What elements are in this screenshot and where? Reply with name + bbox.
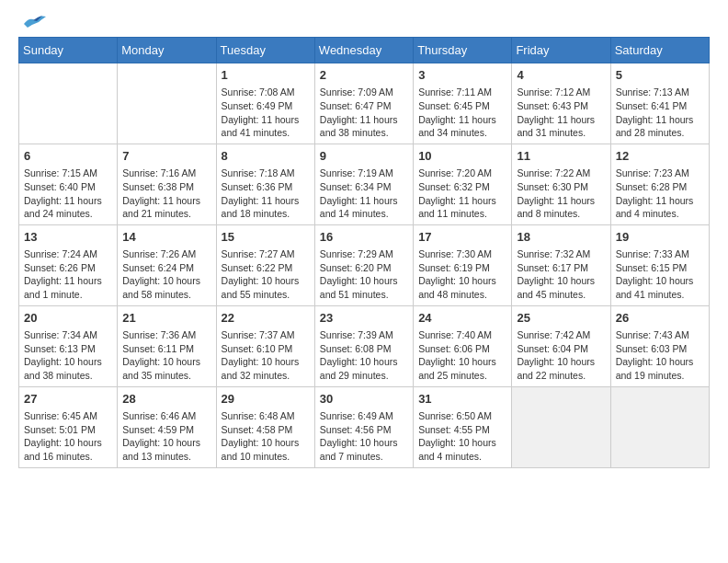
- day-number: 25: [517, 310, 605, 327]
- calendar-cell: 1Sunrise: 7:08 AMSunset: 6:49 PMDaylight…: [216, 63, 314, 144]
- day-number: 6: [24, 148, 112, 165]
- day-number: 10: [418, 148, 506, 165]
- day-number: 15: [222, 229, 310, 246]
- calendar-cell: 7Sunrise: 7:16 AMSunset: 6:38 PMDaylight…: [118, 144, 216, 224]
- calendar-week-3: 13Sunrise: 7:24 AMSunset: 6:26 PMDayligh…: [19, 224, 710, 305]
- calendar-cell: 9Sunrise: 7:19 AMSunset: 6:34 PMDaylight…: [314, 144, 413, 224]
- day-number: 4: [517, 67, 605, 84]
- day-number: 29: [222, 391, 310, 408]
- day-number: 7: [122, 148, 210, 165]
- calendar-cell: 21Sunrise: 7:36 AMSunset: 6:11 PMDayligh…: [118, 305, 216, 386]
- day-info: Sunrise: 7:09 AMSunset: 6:47 PMDaylight:…: [320, 86, 408, 140]
- day-number: 22: [222, 310, 310, 327]
- calendar-cell: 25Sunrise: 7:42 AMSunset: 6:04 PMDayligh…: [512, 305, 610, 386]
- day-number: 1: [222, 67, 310, 84]
- day-number: 21: [122, 310, 210, 327]
- calendar-week-5: 27Sunrise: 6:45 AMSunset: 5:01 PMDayligh…: [19, 386, 710, 467]
- day-number: 19: [616, 229, 704, 246]
- day-number: 23: [320, 310, 408, 327]
- day-number: 14: [122, 229, 210, 246]
- day-number: 12: [616, 148, 704, 165]
- day-info: Sunrise: 7:15 AMSunset: 6:40 PMDaylight:…: [24, 167, 112, 221]
- day-info: Sunrise: 6:49 AMSunset: 4:56 PMDaylight:…: [320, 409, 408, 464]
- day-number: 2: [320, 67, 408, 84]
- day-number: 8: [222, 148, 310, 165]
- calendar-cell: 16Sunrise: 7:29 AMSunset: 6:20 PMDayligh…: [314, 224, 413, 305]
- day-number: 9: [320, 148, 408, 165]
- day-info: Sunrise: 7:18 AMSunset: 6:36 PMDaylight:…: [222, 167, 310, 221]
- day-number: 16: [320, 229, 408, 246]
- calendar-cell: 12Sunrise: 7:23 AMSunset: 6:28 PMDayligh…: [610, 144, 709, 224]
- day-info: Sunrise: 7:16 AMSunset: 6:38 PMDaylight:…: [122, 167, 210, 221]
- day-info: Sunrise: 7:26 AMSunset: 6:24 PMDaylight:…: [122, 247, 210, 302]
- day-info: Sunrise: 7:39 AMSunset: 6:08 PMDaylight:…: [320, 328, 408, 383]
- day-info: Sunrise: 7:43 AMSunset: 6:03 PMDaylight:…: [616, 328, 704, 383]
- day-header-friday: Friday: [512, 38, 610, 63]
- calendar-cell: 8Sunrise: 7:18 AMSunset: 6:36 PMDaylight…: [216, 144, 314, 224]
- day-info: Sunrise: 7:23 AMSunset: 6:28 PMDaylight:…: [616, 167, 704, 221]
- day-number: 13: [24, 229, 112, 246]
- day-number: 3: [418, 67, 506, 84]
- calendar-cell: 15Sunrise: 7:27 AMSunset: 6:22 PMDayligh…: [216, 224, 314, 305]
- calendar-cell: 6Sunrise: 7:15 AMSunset: 6:40 PMDaylight…: [19, 144, 118, 224]
- calendar-table: SundayMondayTuesdayWednesdayThursdayFrid…: [18, 37, 710, 468]
- day-number: 5: [616, 67, 704, 84]
- day-info: Sunrise: 7:30 AMSunset: 6:19 PMDaylight:…: [418, 247, 506, 302]
- calendar-cell: 5Sunrise: 7:13 AMSunset: 6:41 PMDaylight…: [610, 63, 709, 144]
- day-info: Sunrise: 7:33 AMSunset: 6:15 PMDaylight:…: [616, 247, 704, 302]
- calendar-cell: 2Sunrise: 7:09 AMSunset: 6:47 PMDaylight…: [314, 63, 413, 144]
- day-info: Sunrise: 6:46 AMSunset: 4:59 PMDaylight:…: [122, 409, 210, 464]
- day-number: 24: [418, 310, 506, 327]
- calendar-cell: 19Sunrise: 7:33 AMSunset: 6:15 PMDayligh…: [610, 224, 709, 305]
- day-info: Sunrise: 6:50 AMSunset: 4:55 PMDaylight:…: [418, 409, 506, 464]
- day-info: Sunrise: 7:37 AMSunset: 6:10 PMDaylight:…: [222, 328, 310, 383]
- calendar-cell: 17Sunrise: 7:30 AMSunset: 6:19 PMDayligh…: [414, 224, 512, 305]
- calendar-cell: 22Sunrise: 7:37 AMSunset: 6:10 PMDayligh…: [216, 305, 314, 386]
- calendar-cell: 10Sunrise: 7:20 AMSunset: 6:32 PMDayligh…: [414, 144, 512, 224]
- calendar-cell: 23Sunrise: 7:39 AMSunset: 6:08 PMDayligh…: [314, 305, 413, 386]
- day-number: 27: [24, 391, 112, 408]
- day-number: 11: [517, 148, 605, 165]
- calendar-cell: 20Sunrise: 7:34 AMSunset: 6:13 PMDayligh…: [19, 305, 118, 386]
- calendar-cell: 18Sunrise: 7:32 AMSunset: 6:17 PMDayligh…: [512, 224, 610, 305]
- day-number: 26: [616, 310, 704, 327]
- logo: [18, 18, 46, 28]
- calendar-cell: [118, 63, 216, 144]
- day-info: Sunrise: 7:19 AMSunset: 6:34 PMDaylight:…: [320, 167, 408, 221]
- calendar-cell: 31Sunrise: 6:50 AMSunset: 4:55 PMDayligh…: [414, 386, 512, 467]
- calendar-header-row: SundayMondayTuesdayWednesdayThursdayFrid…: [19, 38, 710, 63]
- calendar-week-1: 1Sunrise: 7:08 AMSunset: 6:49 PMDaylight…: [19, 63, 710, 144]
- day-number: 17: [418, 229, 506, 246]
- day-info: Sunrise: 7:27 AMSunset: 6:22 PMDaylight:…: [222, 247, 310, 302]
- calendar-cell: 28Sunrise: 6:46 AMSunset: 4:59 PMDayligh…: [118, 386, 216, 467]
- day-info: Sunrise: 7:32 AMSunset: 6:17 PMDaylight:…: [517, 247, 605, 302]
- day-info: Sunrise: 7:42 AMSunset: 6:04 PMDaylight:…: [517, 328, 605, 383]
- calendar-week-2: 6Sunrise: 7:15 AMSunset: 6:40 PMDaylight…: [19, 144, 710, 224]
- calendar-cell: 30Sunrise: 6:49 AMSunset: 4:56 PMDayligh…: [314, 386, 413, 467]
- day-number: 28: [122, 391, 210, 408]
- day-header-thursday: Thursday: [414, 38, 512, 63]
- day-header-wednesday: Wednesday: [314, 38, 413, 63]
- calendar-cell: [512, 386, 610, 467]
- calendar-cell: [610, 386, 709, 467]
- day-info: Sunrise: 7:08 AMSunset: 6:49 PMDaylight:…: [222, 86, 310, 140]
- day-number: 18: [517, 229, 605, 246]
- calendar-cell: 11Sunrise: 7:22 AMSunset: 6:30 PMDayligh…: [512, 144, 610, 224]
- day-info: Sunrise: 7:12 AMSunset: 6:43 PMDaylight:…: [517, 86, 605, 140]
- day-info: Sunrise: 6:45 AMSunset: 5:01 PMDaylight:…: [24, 409, 112, 464]
- calendar-cell: 3Sunrise: 7:11 AMSunset: 6:45 PMDaylight…: [414, 63, 512, 144]
- calendar-week-4: 20Sunrise: 7:34 AMSunset: 6:13 PMDayligh…: [19, 305, 710, 386]
- day-number: 31: [418, 391, 506, 408]
- page-header: [18, 18, 710, 28]
- day-info: Sunrise: 7:24 AMSunset: 6:26 PMDaylight:…: [24, 247, 112, 302]
- day-header-tuesday: Tuesday: [216, 38, 314, 63]
- calendar-cell: 4Sunrise: 7:12 AMSunset: 6:43 PMDaylight…: [512, 63, 610, 144]
- day-info: Sunrise: 7:20 AMSunset: 6:32 PMDaylight:…: [418, 167, 506, 221]
- day-info: Sunrise: 7:34 AMSunset: 6:13 PMDaylight:…: [24, 328, 112, 383]
- calendar-cell: [19, 63, 118, 144]
- day-info: Sunrise: 7:29 AMSunset: 6:20 PMDaylight:…: [320, 247, 408, 302]
- day-number: 20: [24, 310, 112, 327]
- calendar-cell: 13Sunrise: 7:24 AMSunset: 6:26 PMDayligh…: [19, 224, 118, 305]
- day-info: Sunrise: 6:48 AMSunset: 4:58 PMDaylight:…: [222, 409, 310, 464]
- day-info: Sunrise: 7:22 AMSunset: 6:30 PMDaylight:…: [517, 167, 605, 221]
